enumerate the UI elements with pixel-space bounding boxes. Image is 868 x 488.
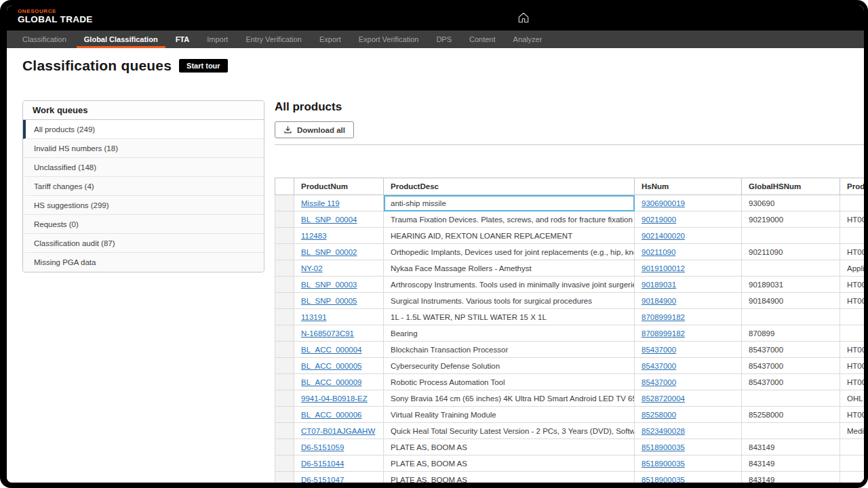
hs-num-link[interactable]: 9021400020	[642, 232, 685, 240]
hs-num-link[interactable]: 8708999182	[642, 329, 685, 338]
product-desc-cell[interactable]: PLATE AS, BOOM AS	[384, 439, 635, 455]
product-desc-cell[interactable]: Orthopedic Implants, Devices used for jo…	[384, 244, 635, 260]
product-desc-cell[interactable]: Trauma Fixation Devices. Plates, screws,…	[384, 211, 635, 228]
column-header-hsnum[interactable]: HsNum	[635, 178, 742, 195]
sidebar-item-tariff-changes-4[interactable]: Tariff changes (4)	[23, 177, 264, 196]
product-desc-cell[interactable]: Nykaa Face Massage Rollers - Amethyst	[384, 260, 635, 277]
product-num-link[interactable]: CT07-B01AJGAAHW	[301, 427, 375, 435]
hs-num-link[interactable]: 85437000	[642, 378, 676, 386]
product-desc-cell[interactable]: anti-ship missile	[384, 195, 635, 211]
nav-item-entry-verification[interactable]: Entry Verification	[237, 30, 311, 48]
hs-num-link[interactable]: 8518900035	[642, 460, 685, 468]
nav-item-analyzer[interactable]: Analyzer	[505, 30, 551, 48]
hs-num-link[interactable]: 9306900019	[642, 199, 685, 207]
product-desc-cell[interactable]: Arthroscopy Instruments. Tools used in m…	[384, 277, 635, 293]
hs-num-link[interactable]: 85258000	[642, 411, 676, 419]
product-num-link[interactable]: BL_SNP_00005	[301, 297, 357, 305]
sidebar-item-all-products-249[interactable]: All products (249)	[23, 120, 264, 139]
nav-item-export[interactable]: Export	[311, 30, 350, 48]
column-header-selector[interactable]	[275, 178, 294, 195]
row-selector-cell[interactable]	[275, 277, 294, 293]
hs-num-link[interactable]: 90211090	[642, 248, 675, 256]
hs-num-link[interactable]: 8708999182	[642, 313, 685, 321]
sidebar-item-requests-0[interactable]: Requests (0)	[23, 215, 264, 234]
hs-num-link[interactable]: 85437000	[642, 346, 676, 354]
row-selector-cell[interactable]	[275, 439, 294, 455]
row-selector-cell[interactable]	[275, 390, 294, 407]
product-desc-cell[interactable]: 1L - 1.5L WATER, NP STILL WATER 15 X 1L	[384, 309, 635, 325]
hs-num-link[interactable]: 9019100012	[642, 264, 685, 272]
hs-num-link[interactable]: 90184900	[642, 297, 676, 305]
row-selector-cell[interactable]	[275, 195, 294, 211]
product-num-link[interactable]: D6-5151044	[301, 460, 344, 468]
product-num-link[interactable]: Missile 119	[301, 199, 340, 207]
product-num-link[interactable]: NY-02	[301, 264, 323, 272]
product-desc-cell[interactable]: Virtual Reality Training Module	[384, 407, 635, 423]
row-selector-cell[interactable]	[275, 293, 294, 309]
home-icon[interactable]	[517, 11, 530, 24]
hs-num-cell: 90211090	[635, 244, 742, 260]
product-desc-cell[interactable]: Cybersecurity Defense Solution	[384, 358, 635, 374]
product-desc-cell[interactable]: Blockchain Transaction Processor	[384, 342, 635, 358]
row-selector-cell[interactable]	[275, 309, 294, 325]
sidebar-item-hs-suggestions-299[interactable]: HS suggestions (299)	[23, 196, 264, 215]
product-num-link[interactable]: 9941-04-B0918-EZ	[301, 394, 368, 403]
nav-item-classification[interactable]: Classification	[14, 30, 75, 48]
product-num-link[interactable]: 113191	[301, 313, 327, 321]
product-num-link[interactable]: BL_SNP_00003	[301, 281, 357, 289]
row-selector-cell[interactable]	[275, 374, 294, 390]
start-tour-button[interactable]: Start tour	[179, 59, 228, 73]
hs-num-link[interactable]: 90219000	[642, 216, 676, 224]
product-desc-cell[interactable]: Bearing	[384, 325, 635, 342]
product-num-link[interactable]: BL_SNP_00004	[301, 216, 357, 224]
column-header-productnum[interactable]: ProductNum	[294, 178, 384, 195]
product-num-link[interactable]: 112483	[301, 232, 327, 240]
row-selector-cell[interactable]	[275, 342, 294, 358]
product-num-link[interactable]: BL_ACC_000005	[301, 362, 362, 370]
hs-num-link[interactable]: 8528720004	[642, 394, 685, 403]
column-header-globalhsnum[interactable]: GlobalHSNum	[742, 178, 840, 195]
download-all-button[interactable]: Download all	[275, 121, 354, 138]
hs-num-link[interactable]: 8523490028	[642, 427, 685, 435]
row-selector-cell[interactable]	[275, 407, 294, 423]
product-num-link[interactable]: D6-5151059	[301, 443, 344, 451]
hs-num-link[interactable]: 85437000	[642, 362, 676, 370]
row-selector-cell[interactable]	[275, 244, 294, 260]
row-selector-cell[interactable]	[275, 211, 294, 228]
product-num-link[interactable]: BL_ACC_000009	[301, 378, 362, 386]
product-desc-cell[interactable]: Robotic Process Automation Tool	[384, 374, 635, 390]
product-desc-cell[interactable]: PLATE AS, BOOM AS	[384, 472, 635, 483]
hs-num-link[interactable]: 90189031	[642, 281, 676, 289]
row-selector-cell[interactable]	[275, 358, 294, 374]
nav-item-import[interactable]: Import	[198, 30, 237, 48]
sidebar-item-invalid-hs-numbers-18[interactable]: Invalid HS numbers (18)	[23, 139, 264, 158]
row-selector-cell[interactable]	[275, 472, 294, 483]
row-selector-cell[interactable]	[275, 325, 294, 342]
sidebar-item-missing-pga-data[interactable]: Missing PGA data	[23, 253, 264, 272]
product-num-link[interactable]: BL_ACC_000006	[301, 411, 362, 419]
row-selector-cell[interactable]	[275, 228, 294, 244]
product-num-link[interactable]: BL_SNP_00002	[301, 248, 357, 256]
product-desc-cell[interactable]: HEARING AID, REXTON LOANER REPLACEMENT	[384, 228, 635, 244]
nav-item-export-verification[interactable]: Export Verification	[350, 30, 428, 48]
product-desc-cell[interactable]: Surgical Instruments. Various tools for …	[384, 293, 635, 309]
product-desc-cell[interactable]: Quick Heal Total Security Latest Version…	[384, 423, 635, 439]
column-header-produ[interactable]: Produ	[840, 178, 865, 195]
sidebar-item-classification-audit-87[interactable]: Classification audit (87)	[23, 234, 264, 253]
product-num-link[interactable]: D6-5151047	[301, 476, 344, 483]
nav-item-content[interactable]: Content	[460, 30, 505, 48]
row-selector-cell[interactable]	[275, 423, 294, 439]
hs-num-link[interactable]: 8518900035	[642, 476, 685, 483]
product-desc-cell[interactable]: Sony Bravia 164 cm (65 inches) 4K Ultra …	[384, 390, 635, 407]
hs-num-link[interactable]: 8518900035	[642, 443, 685, 451]
product-num-link[interactable]: N-1685073C91	[301, 329, 354, 338]
row-selector-cell[interactable]	[275, 260, 294, 277]
product-desc-cell[interactable]: PLATE AS, BOOM AS	[384, 455, 635, 472]
nav-item-fta[interactable]: FTA	[167, 30, 199, 48]
nav-item-dps[interactable]: DPS	[427, 30, 460, 48]
row-selector-cell[interactable]	[275, 455, 294, 472]
product-num-link[interactable]: BL_ACC_000004	[301, 346, 362, 354]
nav-item-global-classification[interactable]: Global Classification	[75, 30, 167, 48]
column-header-productdesc[interactable]: ProductDesc	[384, 178, 635, 195]
sidebar-item-unclassified-148[interactable]: Unclassified (148)	[23, 158, 264, 177]
